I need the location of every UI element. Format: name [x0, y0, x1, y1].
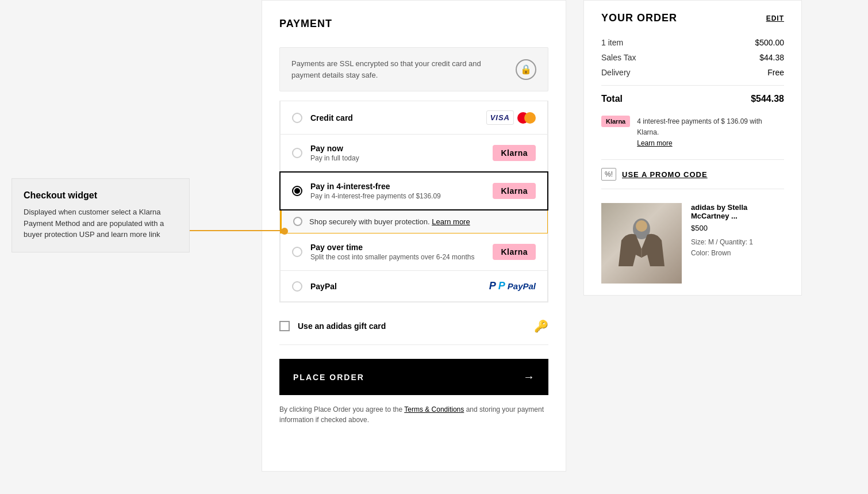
klarna-badge-pay4: Klarna [493, 183, 536, 199]
product-name: adidas by Stella McCartney ... [691, 203, 784, 220]
pay-4-sublabel: Pay in 4-interest-free payments of $136.… [310, 192, 493, 200]
ssl-text: Payments are SSL encrypted so that your … [291, 58, 507, 81]
mc-right-circle [524, 112, 536, 124]
order-total-row: Total $544.38 [601, 85, 784, 104]
paypal-content: PayPal P P PayPal [310, 280, 536, 292]
promo-row: %! USE A PROMO CODE [601, 159, 784, 189]
product-price: $500 [691, 224, 784, 232]
pay-4-option[interactable]: Pay in 4-interest-free Pay in 4-interest… [279, 171, 548, 210]
paypal-radio[interactable] [292, 281, 302, 292]
gift-card-section: Use an adidas gift card 🔑 [279, 308, 548, 345]
credit-card-content: Credit card VISA [310, 110, 536, 125]
promo-icon: %! [601, 168, 616, 181]
gift-card-icon: 🔑 [534, 319, 548, 333]
paypal-option[interactable]: PayPal P P PayPal [280, 271, 548, 302]
mastercard-logo [517, 112, 536, 124]
visa-logo: VISA [486, 110, 514, 125]
pay-now-sublabel: Pay in full today [310, 154, 493, 162]
pay-now-radio[interactable] [292, 148, 302, 158]
klarna-info-box: Klarna 4 interest-free payments of $ 136… [601, 116, 784, 148]
ssl-notice: Payments are SSL encrypted so that your … [279, 47, 548, 91]
terms-prefix: By clicking Place Order you agree to the [279, 405, 402, 413]
total-value: $544.38 [751, 94, 784, 104]
klarna-badge-summary: Klarna [601, 116, 630, 127]
pay-4-radio[interactable] [292, 186, 302, 196]
pay-over-time-content: Pay over time Split the cost into smalle… [310, 243, 536, 261]
promo-link[interactable]: USE A PROMO CODE [622, 170, 708, 179]
edit-order-link[interactable]: EDIT [766, 14, 784, 22]
arrow-right-icon: → [523, 370, 535, 384]
lock-icon: 🔒 [516, 59, 536, 80]
product-info: adidas by Stella McCartney ... $500 Size… [691, 203, 784, 284]
pay-4-content: Pay in 4-interest-free Pay in 4-interest… [310, 182, 536, 200]
order-summary-header: YOUR ORDER EDIT [601, 12, 784, 24]
place-order-button[interactable]: PLACE ORDER → [279, 359, 548, 395]
product-thumbnail [601, 203, 682, 284]
terms-link[interactable]: Terms & Conditions [404, 405, 464, 413]
tax-label: Sales Tax [601, 53, 636, 62]
connector-dot [281, 228, 288, 235]
paypal-logo: P P PayPal [489, 280, 536, 292]
gift-card-checkbox[interactable] [279, 321, 290, 331]
paypal-label: PayPal [310, 282, 489, 291]
product-color: Color: Brown [691, 248, 784, 259]
pay-now-content: Pay now Pay in full today Klarna [310, 144, 536, 162]
delivery-label: Delivery [601, 68, 631, 77]
klarna-learn-more-link[interactable]: Learn more [637, 139, 672, 147]
widget-title: Checkout widget [24, 190, 178, 201]
buyer-protection-row: Shop securely with buyer protection. Lea… [280, 210, 548, 233]
order-row-delivery: Delivery Free [601, 68, 784, 77]
pay-over-time-radio[interactable] [292, 247, 302, 257]
product-card: adidas by Stella McCartney ... $500 Size… [601, 203, 784, 284]
pay-over-time-label: Pay over time [310, 243, 493, 252]
pay-4-label: Pay in 4-interest-free [310, 182, 493, 191]
buyer-protection-text: Shop securely with buyer protection. [309, 217, 430, 226]
product-image [601, 203, 682, 284]
connector-line [190, 230, 285, 231]
widget-learn-more-link[interactable]: Learn more [432, 217, 470, 226]
jacket-svg [616, 215, 667, 284]
items-value: $500.00 [755, 38, 784, 47]
credit-card-option[interactable]: Credit card VISA [280, 101, 548, 135]
total-label: Total [601, 94, 623, 104]
klarna-badge-paynow: Klarna [493, 145, 536, 161]
card-logos: VISA [486, 110, 536, 125]
widget-description: Displayed when customer select a Klarna … [24, 206, 178, 240]
order-row-tax: Sales Tax $44.38 [601, 53, 784, 62]
klarna-badge-overtime: Klarna [493, 244, 536, 260]
terms-text: By clicking Place Order you agree to the… [279, 404, 548, 425]
place-order-text: PLACE ORDER [293, 373, 364, 382]
delivery-value: Free [767, 68, 784, 77]
product-size: Size: M / Quantity: 1 [691, 237, 784, 248]
pay-over-time-option[interactable]: Pay over time Split the cost into smalle… [280, 233, 548, 271]
payment-section: PAYMENT Payments are SSL encrypted so th… [262, 0, 566, 472]
payment-options-group: Credit card VISA [279, 101, 548, 302]
tax-value: $44.38 [759, 53, 784, 62]
klarna-info-text: 4 interest-free payments of $ 136.09 wit… [637, 117, 762, 136]
credit-card-radio[interactable] [292, 113, 302, 123]
items-label: 1 item [601, 38, 623, 47]
order-summary-title: YOUR ORDER [601, 12, 677, 24]
checkout-widget-tooltip: Checkout widget Displayed when customer … [11, 178, 190, 252]
order-summary-section: YOUR ORDER EDIT 1 item $500.00 Sales Tax… [583, 0, 802, 296]
pay-now-option[interactable]: Pay now Pay in full today Klarna [280, 135, 548, 172]
pay-now-label: Pay now [310, 144, 493, 153]
pay-over-time-sublabel: Split the cost into smaller payments ove… [310, 253, 493, 261]
widget-checkbox[interactable] [293, 217, 302, 226]
credit-card-label: Credit card [310, 113, 486, 122]
order-row-items: 1 item $500.00 [601, 38, 784, 47]
gift-card-label: Use an adidas gift card [298, 321, 534, 331]
payment-title: PAYMENT [279, 18, 548, 30]
svg-point-1 [636, 220, 647, 232]
